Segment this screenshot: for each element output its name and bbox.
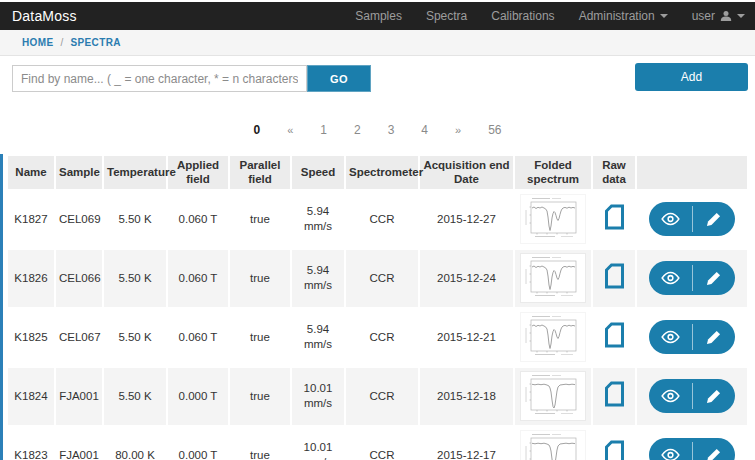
nav-item-samples[interactable]: Samples — [355, 9, 402, 23]
user-menu[interactable]: user — [692, 9, 745, 23]
breadcrumb: HOME / SPECTRA — [0, 30, 755, 56]
eye-icon — [661, 389, 680, 403]
spectrum-thumbnail[interactable] — [521, 254, 585, 302]
page-link-2[interactable]: 2 — [354, 123, 361, 137]
name-cell: K1824 — [8, 368, 54, 425]
spectrum-plot-single-dip — [521, 431, 585, 460]
raw-data-link[interactable] — [604, 204, 625, 230]
actions-cell — [637, 427, 747, 460]
parallel-field-cell: true — [230, 427, 290, 460]
raw-data-cell — [593, 191, 635, 248]
nav-item-label: Administration — [579, 9, 655, 23]
spectra-table: Name Sample Temperature Applied field Pa… — [6, 154, 749, 460]
add-button[interactable]: Add — [635, 63, 748, 91]
raw-data-cell — [593, 309, 635, 366]
page-link-1[interactable]: 1 — [320, 123, 327, 137]
row-action-group — [649, 320, 735, 354]
spectrum-plot-single-dip — [521, 372, 585, 420]
spectrum-thumbnail[interactable] — [521, 431, 585, 460]
parallel-field-cell: true — [230, 368, 290, 425]
page-next-button[interactable]: » — [455, 124, 461, 136]
edit-button[interactable] — [693, 261, 736, 295]
column-header-temperature[interactable]: Temperature — [104, 156, 166, 189]
acquisition-end-date-cell: 2015-12-21 — [420, 309, 513, 366]
temperature-cell: 5.50 K — [104, 309, 166, 366]
table-row: K1823 FJA001 80.00 K 0.000 T true 10.01 … — [8, 427, 747, 460]
edit-button[interactable] — [693, 438, 736, 460]
applied-field-cell: 0.060 T — [168, 250, 228, 307]
page-prev-button[interactable]: « — [287, 124, 293, 136]
breadcrumb-spectra-link[interactable]: SPECTRA — [70, 37, 121, 48]
page-last-link[interactable]: 56 — [488, 123, 501, 137]
view-button[interactable] — [649, 261, 692, 295]
left-accent-bar — [0, 154, 3, 460]
speed-cell: 5.94 mm/s — [292, 309, 344, 366]
page-current[interactable]: 0 — [253, 123, 260, 137]
folded-spectrum-cell — [515, 191, 591, 248]
table-row: K1826 CEL066 5.50 K 0.060 T true 5.94 mm… — [8, 250, 747, 307]
edit-button[interactable] — [693, 202, 736, 236]
actions-cell — [637, 191, 747, 248]
speed-cell: 10.01 mm/s — [292, 427, 344, 460]
view-button[interactable] — [649, 320, 692, 354]
speed-cell: 10.01 mm/s — [292, 368, 344, 425]
actions-cell — [637, 309, 747, 366]
nav-item-calibrations[interactable]: Calibrations — [491, 9, 554, 23]
sample-cell: FJA001 — [56, 427, 102, 460]
pencil-icon — [706, 330, 721, 345]
edit-button[interactable] — [693, 320, 736, 354]
sample-cell: CEL066 — [56, 250, 102, 307]
chevron-down-icon — [737, 14, 745, 18]
parallel-field-cell: true — [230, 250, 290, 307]
go-button[interactable]: GO — [307, 65, 371, 92]
temperature-cell: 5.50 K — [104, 191, 166, 248]
row-action-group — [649, 379, 735, 413]
edit-button[interactable] — [693, 379, 736, 413]
pagination: 0 « 1 2 3 4 » 56 — [0, 118, 755, 142]
nav-item-spectra[interactable]: Spectra — [426, 9, 467, 23]
sample-cell: FJA001 — [56, 368, 102, 425]
view-button[interactable] — [649, 438, 692, 460]
spectrum-thumbnail[interactable] — [521, 372, 585, 420]
column-header-acquisition-end-date[interactable]: Acquisition end Date — [420, 156, 513, 189]
spectrum-thumbnail[interactable] — [521, 195, 585, 243]
breadcrumb-separator: / — [61, 37, 64, 48]
column-header-name[interactable]: Name — [8, 156, 54, 189]
folded-spectrum-cell — [515, 250, 591, 307]
column-header-parallel-field[interactable]: Parallel field — [230, 156, 290, 189]
sample-cell: CEL067 — [56, 309, 102, 366]
pencil-icon — [706, 448, 721, 460]
acquisition-end-date-cell: 2015-12-24 — [420, 250, 513, 307]
raw-data-link[interactable] — [604, 322, 625, 348]
column-header-speed[interactable]: Speed — [292, 156, 344, 189]
brand-logo[interactable]: DataMoss — [12, 8, 77, 24]
row-action-group — [649, 202, 735, 236]
column-header-applied-field[interactable]: Applied field — [168, 156, 228, 189]
spectrometer-cell: CCR — [346, 250, 418, 307]
nav-item-administration[interactable]: Administration — [579, 9, 668, 23]
acquisition-end-date-cell: 2015-12-17 — [420, 427, 513, 460]
table-row: K1825 CEL067 5.50 K 0.060 T true 5.94 mm… — [8, 309, 747, 366]
spectrometer-cell: CCR — [346, 309, 418, 366]
column-header-actions — [637, 156, 747, 189]
nav-item-label: Calibrations — [491, 9, 554, 23]
column-header-spectrometer[interactable]: Spectrometer — [346, 156, 418, 189]
breadcrumb-home-link[interactable]: HOME — [22, 37, 54, 48]
view-button[interactable] — [649, 379, 692, 413]
column-header-sample[interactable]: Sample — [56, 156, 102, 189]
table-zone: Name Sample Temperature Applied field Pa… — [0, 154, 755, 460]
search-input[interactable] — [12, 65, 307, 92]
page-link-4[interactable]: 4 — [421, 123, 428, 137]
spectrometer-cell: CCR — [346, 427, 418, 460]
raw-data-link[interactable] — [604, 381, 625, 407]
row-action-group — [649, 438, 735, 460]
view-button[interactable] — [649, 202, 692, 236]
pencil-icon — [706, 389, 721, 404]
raw-data-link[interactable] — [604, 440, 625, 460]
top-navbar: DataMoss Samples Spectra Calibrations Ad… — [0, 2, 755, 30]
page-link-3[interactable]: 3 — [388, 123, 395, 137]
spectrum-thumbnail[interactable] — [521, 313, 585, 361]
raw-data-link[interactable] — [604, 263, 625, 289]
nav-item-label: Spectra — [426, 9, 467, 23]
row-action-group — [649, 261, 735, 295]
